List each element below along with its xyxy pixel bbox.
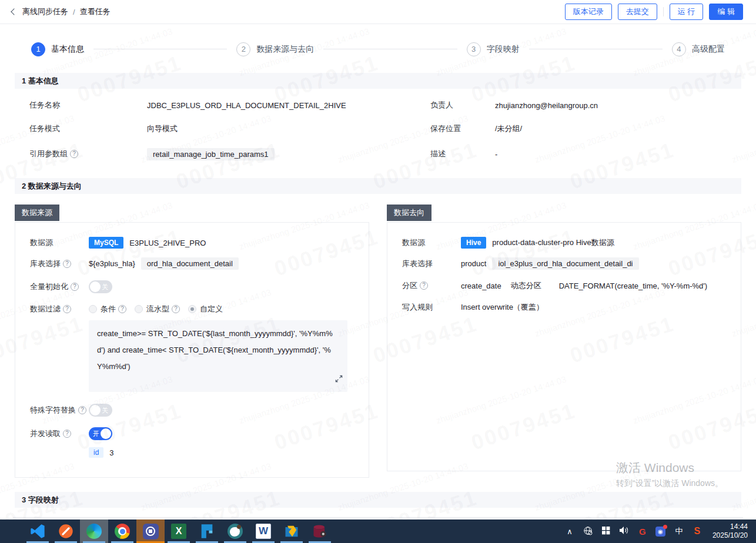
sync-app-icon[interactable]: [136, 519, 165, 543]
mapping-table-border: [13, 517, 743, 518]
g-app-icon[interactable]: G: [637, 527, 648, 537]
dest-table-tag: iol_e3plus_ord_hla_document_detail_di: [492, 257, 638, 270]
help-icon[interactable]: ?: [172, 305, 180, 313]
word-icon[interactable]: W: [249, 519, 277, 543]
split-key-tag: id: [89, 447, 103, 458]
orange-pen-app-icon[interactable]: [52, 519, 80, 543]
filter-sql-row: create_time>= STR_TO_DATE('${last_month_…: [30, 320, 354, 392]
dest-datasource-row: 数据源 Hive product-data-cluster-pro Hive数据…: [402, 237, 727, 249]
chrome-icon[interactable]: [108, 519, 136, 543]
step-connector: [529, 49, 663, 49]
ime-indicator[interactable]: 中: [674, 526, 684, 537]
concurrent-read-row: 并发读取? 开: [30, 427, 354, 440]
version-history-button[interactable]: 版本记录: [565, 4, 612, 20]
partition-row: 分区? create_date 动态分区 DATE_FORMAT(create_…: [402, 280, 727, 291]
step-circle: 1: [31, 42, 45, 56]
partition-type: 动态分区: [511, 280, 541, 291]
submit-button[interactable]: 去提交: [618, 4, 657, 20]
win-panes-icon[interactable]: [601, 526, 611, 537]
expand-icon[interactable]: [335, 372, 343, 388]
data-dest-panel: 数据去向 数据源 Hive product-data-cluster-pro H…: [387, 205, 741, 478]
step-field-mapping[interactable]: 3 字段映射: [467, 42, 520, 56]
hive-badge: Hive: [461, 237, 486, 249]
dbeaver-icon[interactable]: [221, 519, 249, 543]
data-filter-row: 数据过滤? 条件? 流水型?: [30, 304, 354, 314]
write-rule-row: 写入规则 Insert overwrite（覆盖）: [402, 302, 727, 313]
help-icon[interactable]: ?: [63, 260, 71, 268]
run-button[interactable]: 运 行: [670, 4, 704, 20]
field-param-group: 引用参数组? retail_manage_job_time_params1: [15, 140, 397, 167]
section-basic-info-title: 1 基本信息: [15, 73, 741, 89]
task-mode-value: 向导模式: [147, 123, 178, 134]
filter-sql-editor[interactable]: create_time>= STR_TO_DATE('${last_month_…: [89, 320, 347, 392]
radio-icon: [188, 305, 196, 313]
data-dest-body: 数据源 Hive product-data-cluster-pro Hive数据…: [387, 222, 741, 471]
data-dest-tab: 数据去向: [387, 205, 431, 221]
top-header: 离线同步任务 / 查看任务 版本记录 去提交 运 行 编 辑: [0, 0, 756, 24]
owner-value: zhujianzhong@heilangroup.cn: [495, 101, 598, 110]
section-source-dest-title: 2 数据来源与去向: [15, 178, 741, 194]
help-icon[interactable]: ?: [71, 283, 79, 291]
taskbar: X W: [0, 519, 756, 543]
radio-icon: [135, 305, 143, 313]
back-icon[interactable]: [11, 8, 17, 15]
vscode-icon[interactable]: [24, 519, 52, 543]
source-table-row: 库表选择? ${e3plus_hla} ord_hla_document_det…: [30, 257, 354, 270]
filter-option-stream[interactable]: 流水型?: [135, 304, 180, 314]
data-source-panel: 数据来源 数据源 MySQL E3PLUS_2HIVE_PRO 库表选择? ${…: [15, 205, 369, 478]
volume-icon[interactable]: [619, 526, 630, 537]
save-location-value: /未分组/: [495, 123, 522, 134]
help-icon[interactable]: ?: [420, 281, 428, 290]
source-datasource-name: E3PLUS_2HIVE_PRO: [129, 239, 206, 247]
source-datasource-row: 数据源 MySQL E3PLUS_2HIVE_PRO: [30, 237, 354, 249]
main-content: 1 基本信息 2 数据来源与去向 3 字段映射 4 高级配置 1 基本信息 任: [0, 36, 756, 518]
step-connector: [323, 49, 457, 49]
task-name-value: JDBC_E3PLUS_ORD_HLA_DOCUMENT_DETAIL_2HIV…: [147, 101, 346, 110]
step-circle: 4: [672, 42, 686, 56]
partition-expression: DATE_FORMAT(create_time, '%Y-%m-%d'): [559, 281, 708, 290]
param-group-tag: retail_manage_job_time_params1: [147, 148, 275, 160]
help-icon[interactable]: ?: [63, 430, 71, 438]
help-icon[interactable]: ?: [78, 406, 86, 414]
database-tool-icon[interactable]: [306, 519, 334, 543]
special-char-toggle[interactable]: 关: [89, 404, 112, 417]
source-dest-panels: 数据来源 数据源 MySQL E3PLUS_2HIVE_PRO 库表选择? ${…: [15, 205, 741, 478]
source-db-name: ${e3plus_hla}: [89, 259, 135, 268]
notify-app-icon[interactable]: ◉: [655, 527, 666, 537]
network-offline-icon[interactable]: [583, 526, 593, 537]
step-basic-info[interactable]: 1 基本信息: [31, 42, 84, 56]
field-owner: 负责人 zhujianzhong@heilangroup.cn: [397, 93, 741, 117]
breadcrumb-parent[interactable]: 离线同步任务: [22, 6, 68, 17]
tray-expand-icon[interactable]: ∧: [564, 527, 575, 536]
excel-icon[interactable]: X: [165, 519, 193, 543]
breadcrumb-current: 查看任务: [80, 6, 111, 17]
source-table-tag: ord_hla_document_detail: [141, 257, 239, 270]
field-task-mode: 任务模式 向导模式: [15, 117, 397, 140]
actions-divider: [663, 7, 664, 16]
help-icon[interactable]: ?: [70, 150, 78, 158]
split-key-row: id 3: [30, 447, 354, 458]
dest-db-name: product: [461, 259, 486, 268]
help-icon[interactable]: ?: [118, 305, 126, 313]
step-advanced-config[interactable]: 4 高级配置: [672, 42, 725, 56]
field-description: 描述 -: [397, 140, 741, 167]
winscp-icon[interactable]: [277, 519, 306, 543]
concurrent-read-toggle[interactable]: 开: [89, 427, 112, 440]
help-icon[interactable]: ?: [63, 305, 71, 313]
blue-flag-app-icon[interactable]: [193, 519, 221, 543]
clock-time: 14:44: [712, 522, 748, 531]
taskbar-clock[interactable]: 14:44 2025/10/20: [710, 522, 748, 540]
breadcrumb-separator: /: [73, 8, 75, 16]
partition-field: create_date: [461, 281, 501, 290]
edge-icon[interactable]: [80, 519, 108, 543]
filter-option-custom[interactable]: 自定义: [188, 304, 223, 314]
sogou-icon[interactable]: S: [692, 526, 703, 537]
basic-info-grid: 任务名称 JDBC_E3PLUS_ORD_HLA_DOCUMENT_DETAIL…: [15, 89, 741, 167]
step-source-dest[interactable]: 2 数据来源与去向: [236, 42, 314, 56]
edit-button[interactable]: 编 辑: [709, 4, 743, 20]
data-source-tab: 数据来源: [15, 205, 59, 221]
full-init-toggle[interactable]: 关: [89, 280, 112, 293]
section-mapping-title: 3 字段映射: [15, 492, 741, 508]
header-actions: 版本记录 去提交 运 行 编 辑: [565, 4, 743, 20]
filter-option-condition[interactable]: 条件?: [89, 304, 126, 314]
